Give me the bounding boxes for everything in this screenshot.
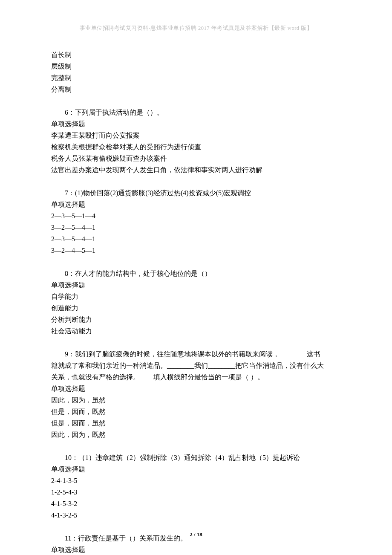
question-type: 单项选择题: [51, 383, 341, 394]
option: 层级制: [51, 61, 341, 72]
question-6: 6：下列属于执法活动的是（）。 单项选择题 李某遭王某殴打而向公安报案 检察机关…: [51, 107, 341, 176]
option: 2-4-1-3-5: [51, 475, 341, 486]
question-type: 单项选择题: [51, 118, 341, 130]
question-text-cont: 关系，也就没有严格的选择。 填入横线部分最恰当的一项是（ ）。: [51, 371, 341, 383]
question-text: 7：(1)物价回落(2)通货膨胀(3)经济过热(4)投资减少(5)宏观调控: [51, 187, 341, 199]
question-text: 9：我们到了脑筋疲倦的时候，往往随意地将课本以外的书籍取来阅读，________…: [51, 348, 341, 360]
option: 1-2-5-4-3: [51, 486, 341, 498]
option: 4-1-5-3-2: [51, 498, 341, 509]
question-type: 单项选择题: [51, 544, 341, 555]
question-text: 8：在人才的能力结构中，处于核心地位的是（）: [51, 268, 341, 279]
question-type: 单项选择题: [51, 199, 341, 210]
page-separator: /: [193, 531, 197, 538]
option: 首长制: [51, 49, 341, 61]
option: 法官出差办案途中发现两个人发生口角，依法律和事实对两人进行劝解: [51, 164, 341, 176]
option: 李某遭王某殴打而向公安报案: [51, 130, 341, 141]
option: 税务人员张某有偷税嫌疑而查办该案件: [51, 153, 341, 164]
option: 但是，因而，既然: [51, 406, 341, 417]
option: 4-1-3-2-5: [51, 509, 341, 521]
option: 分析判断能力: [51, 314, 341, 325]
option: 因此，因为，虽然: [51, 394, 341, 406]
question-5-options: 首长制 层级制 完整制 分离制: [51, 49, 341, 95]
question-type: 单项选择题: [51, 279, 341, 291]
question-text: 6：下列属于执法活动的是（）。: [51, 107, 341, 118]
page-header: 事业单位招聘考试复习资料-息烽事业单位招聘 2017 年考试真题及答案解析【最新…: [51, 25, 341, 32]
question-text: 10：（1）违章建筑（2）强制拆除（3）通知拆除（4）乱占耕地（5）提起诉讼: [51, 452, 341, 463]
question-10: 10：（1）违章建筑（2）强制拆除（3）通知拆除（4）乱占耕地（5）提起诉讼 单…: [51, 452, 341, 521]
option: 3—2—5—4—1: [51, 222, 341, 233]
document-page: 事业单位招聘考试复习资料-息烽事业单位招聘 2017 年考试真题及答案解析【最新…: [0, 0, 392, 555]
option: 因此，因为，既然: [51, 429, 341, 440]
page-content: 首长制 层级制 完整制 分离制 6：下列属于执法活动的是（）。 单项选择题 李某…: [51, 49, 341, 555]
option: 3—2—4—5—1: [51, 245, 341, 256]
option: 2—3—5—4—1: [51, 233, 341, 245]
option: 分离制: [51, 84, 341, 95]
question-text-cont: 籍就成了常和我们亲近的一种消遣品。________我们________把它当作消…: [51, 360, 341, 371]
question-9: 9：我们到了脑筋疲倦的时候，往往随意地将课本以外的书籍取来阅读，________…: [51, 348, 341, 440]
page-footer: 2 / 18: [0, 531, 392, 538]
option: 完整制: [51, 72, 341, 84]
option: 检察机关根据群众检举对某人的受贿行为进行侦查: [51, 141, 341, 153]
question-7: 7：(1)物价回落(2)通货膨胀(3)经济过热(4)投资减少(5)宏观调控 单项…: [51, 187, 341, 256]
question-type: 单项选择题: [51, 463, 341, 475]
option: 2—3—5—1—4: [51, 210, 341, 222]
option: 自学能力: [51, 291, 341, 302]
option: 但是，因而，虽然: [51, 417, 341, 429]
page-total: 18: [197, 531, 202, 538]
question-8: 8：在人才的能力结构中，处于核心地位的是（） 单项选择题 自学能力 创造能力 分…: [51, 268, 341, 337]
option: 社会活动能力: [51, 325, 341, 337]
option: 创造能力: [51, 302, 341, 314]
